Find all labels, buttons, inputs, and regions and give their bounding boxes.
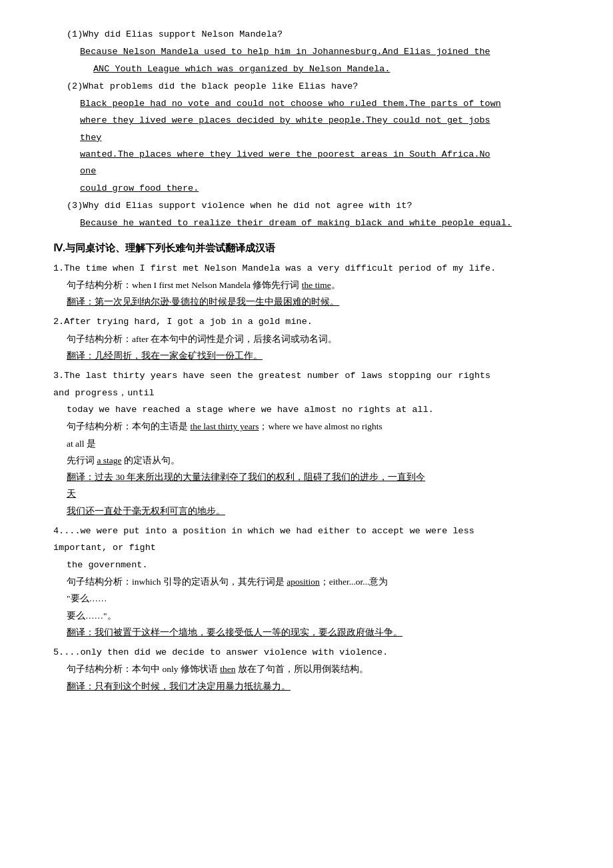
q1-answer-line2: ANC Youth League which was organized by … — [93, 61, 573, 77]
item-5: 5....only then did we decide to answer v… — [53, 645, 573, 695]
q1-question: (1)Why did Elias support Nelson Mandela? — [67, 27, 573, 43]
item3-analysis3: 先行词 a stage 的定语从句。 — [67, 453, 573, 469]
item3-translation1: 翻译：过去 30 年来所出现的大量法律剥夺了我们的权利，阻碍了我们的进步，一直到… — [67, 469, 573, 485]
item5-en1: 5....only then did we decide to answer v… — [53, 645, 573, 661]
item5-analysis1: 句子结构分析：本句中 only 修饰状语 then 放在了句首，所以用倒装结构。 — [67, 661, 573, 677]
q2-answer-line2: where they lived were places decided by … — [80, 113, 573, 129]
question-block-1: (1)Why did Elias support Nelson Mandela?… — [53, 27, 573, 77]
item3-en1: 3.The last thirty years have seen the gr… — [53, 368, 573, 384]
item4-analysis1: 句子结构分析：inwhich 引导的定语从句，其先行词是 aposition；e… — [67, 574, 573, 590]
item2-analysis: 句子结构分析：after 在本句中的词性是介词，后接名词或动名词。 — [67, 331, 573, 347]
item-2: 2.After trying hard, I got a job in a go… — [53, 314, 573, 364]
item1-translation: 翻译：第一次见到纳尔逊·曼德拉的时候是我一生中最困难的时候。 — [67, 294, 573, 310]
item3-en2: and progress，until — [53, 385, 573, 401]
section-3-qa: (1)Why did Elias support Nelson Mandela?… — [53, 27, 573, 232]
item-1: 1.The time when I first met Nelson Mande… — [53, 261, 573, 311]
item2-en1: 2.After trying hard, I got a job in a go… — [53, 314, 573, 330]
section4-heading: Ⅳ.与同桌讨论、理解下列长难句并尝试翻译成汉语 — [53, 239, 573, 257]
item-4: 4....we were put into a position in whic… — [53, 523, 573, 641]
item1-analysis: 句子结构分析：when I first met Nelson Mandela 修… — [67, 277, 573, 293]
item4-en2: important, or fight — [53, 540, 573, 556]
item3-analysis1: 句子结构分析：本句的主语是 the last thirty years；wher… — [67, 419, 573, 435]
item-3: 3.The last thirty years have seen the gr… — [53, 368, 573, 519]
item4-en3: the government. — [67, 557, 573, 573]
q2-question: (2)What problems did the black people li… — [67, 79, 573, 95]
question-block-3: (3)Why did Elias support violence when h… — [53, 198, 573, 232]
item4-en1: 4....we were put into a position in whic… — [53, 523, 573, 539]
q2-answer-line3-wrap: they — [53, 130, 573, 147]
q2-answer-line3: they — [80, 130, 101, 146]
item3-en3: today we have reached a stage where we h… — [67, 402, 573, 418]
q2-answer-line5-wrap: one — [53, 163, 573, 180]
item4-analysis3: 要么……"。 — [67, 608, 573, 624]
item4-translation1: 翻译：我们被置于这样一个墙地，要么接受低人一等的现实，要么跟政府做斗争。 — [67, 625, 573, 641]
q2-answer-line4: wanted.The places where they lived were … — [80, 147, 573, 163]
item3-translation2: 天 — [67, 486, 573, 502]
item2-translation: 翻译：几经周折，我在一家金矿找到一份工作。 — [67, 348, 573, 364]
section-4: Ⅳ.与同桌讨论、理解下列长难句并尝试翻译成汉语 1.The time when … — [53, 239, 573, 695]
item3-translation3: 我们还一直处于毫无权利可言的地步。 — [67, 503, 573, 519]
item3-analysis2: at all 是 — [67, 436, 573, 452]
question-block-2: (2)What problems did the black people li… — [53, 79, 573, 197]
q2-answer-line5: one — [80, 163, 96, 179]
q1-answer-line1: Because Nelson Mandela used to help him … — [80, 44, 573, 60]
q2-answer-line1: Black people had no vote and could not c… — [80, 96, 573, 112]
item4-analysis2: "要么…… — [67, 591, 573, 607]
q3-question: (3)Why did Elias support violence when h… — [67, 198, 573, 214]
item5-translation1: 翻译：只有到这个时候，我们才决定用暴力抵抗暴力。 — [67, 679, 573, 695]
q2-answer-line6: could grow food there. — [80, 181, 573, 197]
q3-answer-line1: Because he wanted to realize their dream… — [80, 215, 573, 231]
item1-en1: 1.The time when I first met Nelson Mande… — [53, 261, 573, 277]
